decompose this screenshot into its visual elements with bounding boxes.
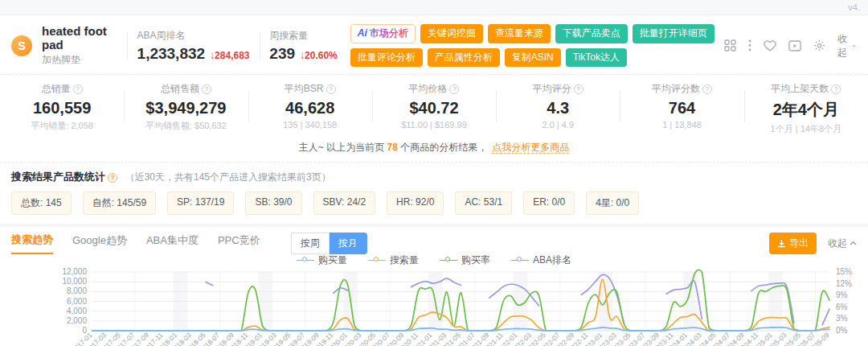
action-button[interactable]: 关键词挖掘 [420, 24, 483, 43]
trend-tab[interactable]: ABA集中度 [146, 233, 199, 253]
legend-item[interactable]: 搜索量 [368, 253, 419, 267]
stat-column: 平均价格 $40.72 $11.00 | $169.99 [372, 82, 496, 135]
divider [127, 32, 128, 60]
help-icon[interactable] [831, 84, 841, 94]
trend-tab[interactable]: Google趋势 [72, 233, 127, 253]
search-result-stats: 搜索结果产品数统计 （近30天，共有145个产品进入搜索结果前3页） 总数: 1… [0, 163, 868, 227]
stat-value: $3,949,279 [124, 99, 248, 117]
svg-text:15%: 15% [836, 267, 852, 276]
svg-text:12%: 12% [836, 279, 852, 288]
action-button[interactable]: 复制ASIN [505, 48, 561, 67]
legend-item[interactable]: 购买率 [440, 253, 490, 267]
help-icon[interactable] [702, 84, 712, 94]
stat-column: 总销量 160,559 平均销量: 2,058 [0, 82, 124, 135]
kebab-menu-icon[interactable] [748, 39, 751, 51]
stat-value: 46,628 [248, 99, 372, 117]
video-tutorial-icon[interactable] [788, 40, 801, 51]
divider [260, 32, 260, 60]
legend-item[interactable]: 购买量 [297, 253, 347, 267]
weekly-search-label: 周搜索量 [269, 29, 337, 43]
analyze-more-link[interactable]: 点我分析更多商品 [492, 142, 569, 154]
search-stats-hint: （近30天，共有145个产品进入搜索结果前3页） [125, 171, 331, 183]
period-toggle: 按周按月 [291, 233, 367, 254]
action-button[interactable]: 批量评论分析 [350, 48, 423, 67]
stat-chip: SB: 39/0 [245, 192, 301, 215]
trend-tab[interactable]: PPC竞价 [218, 233, 260, 253]
svg-text:3%: 3% [836, 314, 848, 323]
stat-range: 2.0 | 4.9 [496, 120, 620, 130]
search-stats-title: 搜索结果产品数统计 [11, 171, 105, 183]
period-toggle-button[interactable]: 按周 [291, 233, 330, 254]
stat-column: 平均BSR 46,628 135 | 340,158 [248, 82, 372, 135]
action-buttons: Ai 市场分析 关键词挖掘 查流量来源 下载产品卖点 批量打开详细页 批量评论分… [350, 24, 714, 66]
stat-column: 平均上架天数 2年4个月 1个月 | 14年8个月 [744, 82, 868, 135]
help-icon[interactable] [73, 84, 83, 94]
chart-legend: 购买量 搜索量 购买率 ABA排名 [0, 253, 868, 267]
svg-text:2,000: 2,000 [67, 316, 87, 325]
export-button[interactable]: 导出 [769, 233, 817, 254]
stat-value: 764 [620, 99, 743, 117]
stat-range: 平均销售额: $50,632 [124, 120, 248, 132]
trend-chart-svg: 12,00010,0008,0006,0004,0002,000015%12%9… [0, 267, 868, 346]
trend-tabs: 搜索趋势Google趋势ABA集中度PPC竞价 [11, 233, 280, 254]
download-icon [777, 239, 786, 248]
action-button[interactable]: 产品属性分析 [428, 48, 500, 67]
ai-icon: Ai [358, 28, 367, 39]
stat-range: 平均销量: 2,058 [0, 120, 124, 132]
settings-gear-icon[interactable] [813, 39, 825, 51]
legend-marker-icon [440, 257, 457, 264]
trend-tab[interactable]: 搜索趋势 [11, 233, 53, 254]
analysis-note: 主人~ 以上为当前页 78 个商品的分析结果，点我分析更多商品 [0, 137, 868, 163]
aba-rank-stat: ABA周排名 1,233,832 ↓284,683 [137, 29, 250, 63]
weekly-search-change: ↓20.60% [300, 50, 338, 61]
stat-chip: SP: 137/19 [167, 192, 234, 215]
trend-collapse-button[interactable]: 收起 [828, 237, 857, 250]
svg-text:8,000: 8,000 [67, 286, 87, 295]
period-toggle-button[interactable]: 按月 [330, 233, 367, 254]
action-button[interactable]: Ai 市场分析 [350, 24, 416, 43]
trend-panel-header: 搜索趋势Google趋势ABA集中度PPC竞价 按周按月 导出 收起 [0, 227, 868, 253]
action-button[interactable]: 查流量来源 [488, 24, 551, 43]
stat-value: 4.3 [496, 99, 620, 117]
stat-value: $40.72 [372, 99, 496, 117]
trend-chart[interactable]: 12,00010,0008,0006,0004,0002,000015%12%9… [0, 267, 868, 346]
action-button[interactable]: TikTok达人 [566, 48, 627, 67]
aba-rank-label: ABA周排名 [137, 29, 250, 43]
help-icon[interactable] [108, 173, 117, 183]
stat-value: 2年4个月 [744, 99, 868, 121]
favorite-heart-icon[interactable] [764, 40, 776, 51]
legend-marker-icon [511, 257, 529, 264]
action-button[interactable]: 批量打开详细页 [633, 24, 714, 43]
stat-column: 平均评分 4.3 2.0 | 4.9 [496, 82, 620, 135]
version-bar: v4. [0, 0, 868, 15]
stat-range: 135 | 340,158 [248, 120, 372, 130]
help-icon[interactable] [574, 84, 583, 94]
stat-range: $11.00 | $169.99 [372, 120, 496, 130]
apps-grid-icon[interactable] [724, 39, 736, 51]
help-icon[interactable] [326, 84, 336, 94]
stat-column: 平均评分数 764 1 | 13,848 [620, 82, 743, 135]
svg-text:12,000: 12,000 [62, 267, 87, 276]
header-collapse-button[interactable]: 收起 [837, 32, 857, 60]
stat-column: 总销售额 $3,949,279 平均销售额: $50,632 [124, 82, 248, 135]
stat-chip: 总数: 145 [11, 192, 72, 215]
stat-range: 1 | 13,848 [620, 120, 743, 130]
stat-chip: HR: 92/0 [387, 192, 444, 215]
legend-marker-icon [368, 257, 386, 264]
product-count: 78 [387, 142, 397, 153]
summary-stats-row: 总销量 160,559 平均销量: 2,058 总销售额 $3,949,279 … [0, 74, 868, 137]
sellersprite-logo-icon: S [11, 35, 32, 56]
stat-range: 1个月 | 14年8个月 [744, 123, 868, 135]
stat-chip: SBV: 24/2 [313, 192, 376, 215]
help-icon[interactable] [202, 84, 211, 94]
action-button[interactable]: 下载产品卖点 [555, 24, 628, 43]
stat-chip: 自然: 145/59 [83, 192, 156, 215]
legend-item[interactable]: ABA排名 [511, 253, 571, 267]
svg-text:6%: 6% [836, 303, 848, 311]
svg-text:6,000: 6,000 [67, 297, 87, 306]
help-icon[interactable] [449, 84, 459, 94]
chevron-up-icon [850, 241, 857, 245]
aba-rank-change: ↓284,683 [210, 50, 249, 61]
svg-text:10,000: 10,000 [62, 277, 87, 286]
stat-chip: ER: 0/0 [523, 192, 575, 215]
